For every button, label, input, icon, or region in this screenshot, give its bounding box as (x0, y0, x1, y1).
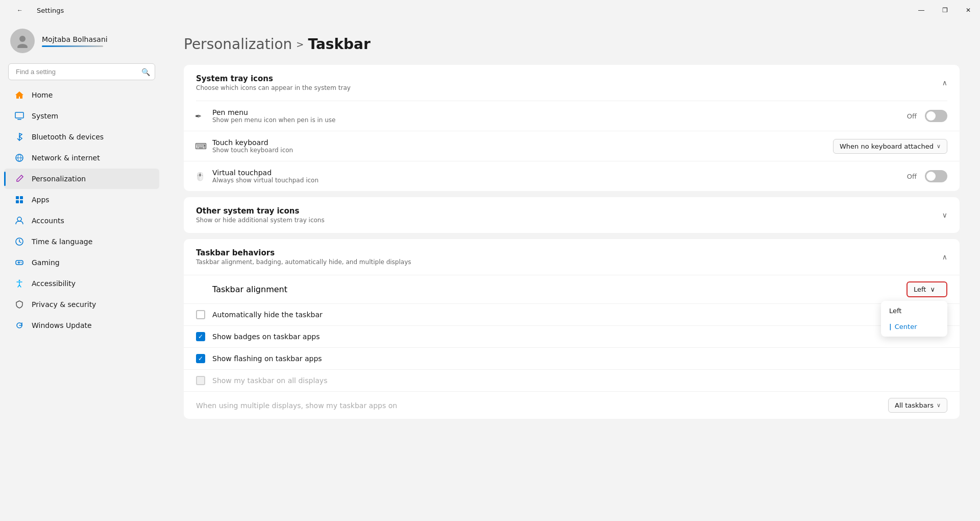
touch-keyboard-dropdown[interactable]: When no keyboard attached ∨ (833, 139, 947, 154)
taskbar-behaviors-subtitle: Taskbar alignment, badging, automaticall… (196, 258, 411, 266)
breadcrumb-current: Taskbar (308, 36, 370, 53)
taskbar-behaviors-chevron: ∧ (942, 253, 947, 261)
taskbar-alignment-label: Taskbar alignment (212, 285, 287, 294)
other-tray-chevron: ∨ (942, 211, 947, 219)
pen-menu-row: ✒️ Pen menu Show pen menu icon when pen … (184, 101, 960, 131)
svg-point-1 (17, 44, 28, 48)
accounts-icon (14, 216, 24, 226)
pen-menu-icon: ✒️ (195, 111, 202, 121)
virtual-touchpad-toggle-label: Off (907, 173, 917, 180)
gaming-icon (14, 257, 24, 268)
search-box: 🔍 (8, 63, 155, 80)
sidebar-item-update[interactable]: Windows Update (4, 315, 159, 336)
maximize-button[interactable]: ❐ (933, 0, 957, 20)
sidebar-item-label-privacy: Privacy & security (32, 300, 96, 309)
sidebar-item-label-time: Time & language (32, 238, 92, 246)
personalization-icon (14, 174, 24, 184)
sidebar-item-accounts[interactable]: Accounts (4, 210, 159, 231)
sidebar-item-home[interactable]: Home (4, 85, 159, 105)
sidebar-item-gaming[interactable]: Gaming (4, 252, 159, 273)
sidebar-item-system[interactable]: System (4, 106, 159, 126)
alignment-popup: Left Center (881, 301, 947, 337)
virtual-touchpad-toggle[interactable] (925, 170, 947, 182)
multiple-displays-dropdown[interactable]: All taskbars ∨ (888, 398, 947, 413)
sidebar-item-label-gaming: Gaming (32, 258, 60, 267)
sidebar-item-label-accounts: Accounts (32, 217, 64, 225)
virtual-touchpad-desc: Always show virtual touchpad icon (212, 177, 318, 184)
virtual-touchpad-toggle-wrap: Off (907, 170, 947, 182)
title-bar-left: ← Settings (8, 0, 64, 20)
user-info: Mojtaba Bolhasani (42, 35, 108, 47)
sidebar-item-privacy[interactable]: Privacy & security (4, 294, 159, 315)
svg-rect-7 (16, 200, 19, 203)
back-button[interactable]: ← (8, 0, 32, 20)
sidebar-item-label-personalization: Personalization (32, 175, 86, 183)
show-badges-checkbox[interactable] (196, 332, 205, 341)
all-displays-checkbox[interactable] (196, 376, 205, 385)
system-tray-header[interactable]: System tray icons Choose which icons can… (184, 65, 960, 101)
show-flashing-checkbox[interactable] (196, 354, 205, 363)
alignment-dropdown-wrap: Left ∨ Left Center (906, 281, 947, 297)
sidebar-item-label-network: Network & internet (32, 154, 100, 162)
touch-keyboard-desc: Show touch keyboard icon (212, 147, 293, 154)
sidebar-item-label-apps: Apps (32, 196, 50, 204)
virtual-touchpad-icon: 🖱️ (195, 172, 205, 181)
svg-point-0 (19, 36, 26, 42)
touch-keyboard-icon: ⌨️ (195, 141, 207, 151)
pen-menu-toggle[interactable] (925, 110, 947, 122)
sidebar-item-bluetooth[interactable]: Bluetooth & devices (4, 127, 159, 147)
virtual-touchpad-row: 🖱️ Virtual touchpad Always show virtual … (184, 161, 960, 191)
sidebar: Mojtaba Bolhasani 🔍 HomeSystemBluetooth … (0, 20, 163, 521)
window-controls: — ❐ ✕ (910, 0, 980, 20)
sidebar-item-time[interactable]: Time & language (4, 231, 159, 252)
alignment-dropdown[interactable]: Left ∨ (906, 281, 947, 297)
svg-rect-3 (17, 119, 21, 120)
touch-keyboard-dropdown-chevron: ∨ (937, 143, 941, 150)
svg-point-12 (20, 262, 21, 263)
app-body: Mojtaba Bolhasani 🔍 HomeSystemBluetooth … (0, 20, 980, 521)
nav-list: HomeSystemBluetooth & devicesNetwork & i… (0, 84, 163, 336)
pen-menu-desc: Show pen menu icon when pen is in use (212, 116, 335, 124)
pen-menu-name: Pen menu (212, 108, 335, 116)
title-bar: ← Settings — ❐ ✕ (0, 0, 980, 20)
auto-hide-checkbox[interactable] (196, 310, 205, 319)
taskbar-alignment-row: Taskbar alignment Left ∨ Left Center (184, 275, 960, 303)
minimize-button[interactable]: — (910, 0, 933, 20)
show-flashing-label: Show flashing on taskbar apps (212, 354, 322, 363)
alignment-option-left[interactable]: Left (881, 303, 947, 319)
avatar (10, 29, 35, 53)
apps-icon (14, 195, 24, 205)
main-content: Personalization > Taskbar System tray ic… (163, 20, 980, 521)
search-input[interactable] (8, 63, 155, 80)
sidebar-item-label-home: Home (32, 91, 53, 99)
sidebar-item-accessibility[interactable]: Accessibility (4, 273, 159, 294)
home-icon (14, 90, 24, 100)
alignment-selected-value: Left (914, 286, 926, 293)
user-section[interactable]: Mojtaba Bolhasani (0, 20, 163, 63)
sidebar-item-label-update: Windows Update (32, 321, 92, 329)
close-button[interactable]: ✕ (957, 0, 980, 20)
breadcrumb: Personalization > Taskbar (184, 36, 960, 53)
sidebar-item-label-bluetooth: Bluetooth & devices (32, 133, 104, 141)
touch-keyboard-name: Touch keyboard (212, 138, 293, 147)
other-tray-title: Other system tray icons (196, 206, 325, 216)
system-tray-card: System tray icons Choose which icons can… (184, 65, 960, 191)
sidebar-item-network[interactable]: Network & internet (4, 148, 159, 168)
other-tray-header[interactable]: Other system tray icons Show or hide add… (184, 197, 960, 233)
touch-keyboard-dropdown-value: When no keyboard attached (840, 143, 934, 150)
sidebar-item-personalization[interactable]: Personalization (4, 169, 159, 189)
show-badges-label: Show badges on taskbar apps (212, 333, 320, 341)
svg-rect-6 (20, 196, 23, 199)
multiple-displays-row: When using multiple displays, show my ta… (184, 391, 960, 419)
breadcrumb-separator: > (296, 39, 304, 50)
time-icon (14, 236, 24, 247)
taskbar-behaviors-header[interactable]: Taskbar behaviors Taskbar alignment, bad… (184, 239, 960, 275)
sidebar-item-apps[interactable]: Apps (4, 190, 159, 210)
user-bar (42, 45, 103, 47)
breadcrumb-parent[interactable]: Personalization (184, 36, 292, 53)
taskbar-behaviors-card: Taskbar behaviors Taskbar alignment, bad… (184, 239, 960, 419)
alignment-option-center[interactable]: Center (881, 319, 947, 335)
show-badges-row: Show badges on taskbar apps (184, 325, 960, 347)
update-icon (14, 320, 24, 330)
system-tray-title: System tray icons (196, 74, 351, 83)
